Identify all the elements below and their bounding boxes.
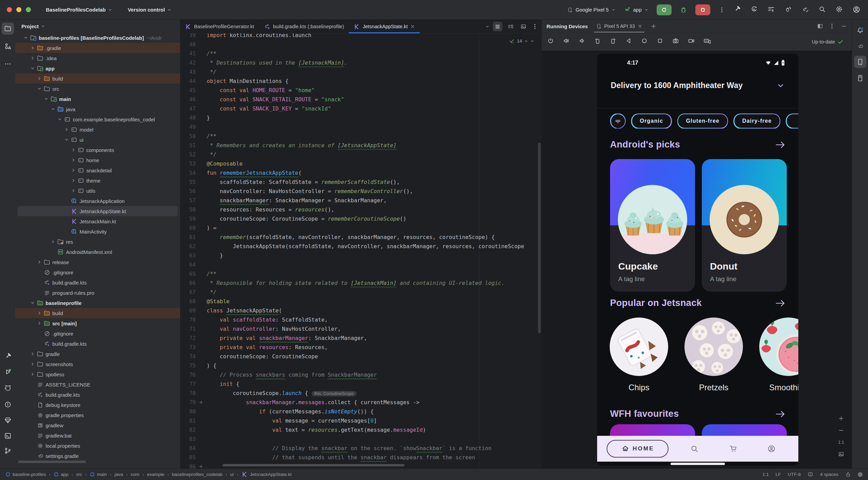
tree-item-mainactivity[interactable]: CMainActivity [15,226,180,237]
breadcrumb-app[interactable]: app [54,472,69,477]
filter-chip-dairy-free[interactable]: Dairy-free [733,114,780,128]
run-tool-button[interactable] [2,366,14,378]
device-tab-pixel-5[interactable]: Pixel 5 API 33 [594,20,644,33]
tree-item-androidmanifest-xml[interactable]: AndroidManifest.xml [15,247,180,257]
gradle-sync-button[interactable] [801,5,810,14]
breadcrumb-example[interactable]: example [147,472,164,477]
editor-horizontal-scrollbar[interactable] [223,464,404,466]
arrow-right-icon[interactable] [775,140,785,149]
indent-setting[interactable]: 4 spaces [820,472,838,477]
line-separator[interactable]: LF [776,472,781,477]
rerun-button[interactable] [657,4,672,15]
running-devices-tool-button[interactable] [854,56,866,68]
tree-item-baseline-profiles-baselineprofilescodelab[interactable]: baseline-profiles [BaselineProfilesCodel… [15,33,180,43]
screen-record-button[interactable] [688,37,697,46]
vcs-menu[interactable]: Version control [128,7,171,13]
screenshot-button[interactable] [837,450,846,459]
filter-chip-gluten-free[interactable]: Gluten-free [677,114,728,128]
zoom-in-button[interactable] [837,414,846,423]
tree-chevron[interactable] [36,86,43,91]
tree-item-java[interactable]: java [15,104,180,114]
logcat-tool-button[interactable] [2,382,14,394]
attach-debugger-button[interactable] [784,5,793,14]
filter-chip-partial[interactable] [786,114,798,128]
previous-problem-icon[interactable] [524,39,528,43]
zoom-reset-button[interactable]: 1:1 [837,438,846,447]
tree-item-utils[interactable]: utils [15,186,180,196]
search-button[interactable] [818,5,827,14]
tree-chevron[interactable] [22,35,30,40]
arrow-right-icon[interactable] [775,299,785,308]
snack-item-chips[interactable]: Chips [610,318,668,392]
editor-vertical-scrollbar[interactable] [538,143,541,333]
memory-indicator-icon[interactable] [858,472,863,477]
project-panel-header[interactable]: Project [15,20,180,33]
tree-item-jetsnackapplication[interactable]: CJetsnackApplication [15,196,180,206]
nav-back-button[interactable] [625,37,634,46]
editor-options-icon[interactable] [532,23,538,30]
tree-item-gradle[interactable]: gradle [15,349,180,359]
tree-item-baselineprofile[interactable]: baselineprofile [15,298,180,308]
nav-home-button[interactable]: HOME [607,440,669,458]
problems-tool-button[interactable] [2,398,14,411]
zoom-out-button[interactable] [837,426,846,435]
tree-item-com-example-baselineprofiles-codel[interactable]: com.example.baselineprofiles_codel [15,114,180,124]
tree-chevron[interactable] [29,362,36,366]
breadcrumb-src[interactable]: src [76,472,82,477]
rotate-right-button[interactable] [610,37,619,46]
view-mode-split-button[interactable] [506,22,515,31]
tab-list-dropdown-icon[interactable] [485,24,489,29]
snack-card-cupcake[interactable]: CupcakeA tag line [610,159,695,292]
filter-chip-organic[interactable]: Organic [631,114,672,128]
tree-item-src-main[interactable]: src [main] [15,318,180,328]
breadcrumb-ui[interactable]: ui [230,472,234,477]
tree-item-gitignore[interactable]: .gitignore [15,328,180,339]
tree-item-src[interactable]: src [15,84,180,94]
new-tab-icon[interactable] [650,23,657,29]
git-branch-tool-button[interactable] [2,445,14,457]
tree-chevron[interactable] [70,188,77,193]
arrow-right-icon[interactable] [775,410,785,418]
nav-home-button[interactable] [641,37,650,46]
breadcrumb-main[interactable]: main [90,472,107,477]
tree-chevron[interactable] [36,321,43,326]
maximize-window-button[interactable] [26,7,31,12]
tree-item-gradle-properties[interactable]: gradle.properties [15,410,180,420]
snack-item-pretzels[interactable]: Pretzels [684,318,743,392]
breadcrumb-baselineprofiles-codelab[interactable]: baselineprofiles_codelab [172,472,223,477]
build-hammer-button[interactable] [733,5,742,14]
tree-item-assets-license[interactable]: ASSETS_LICENSE [15,379,180,390]
tree-chevron[interactable] [63,137,70,142]
code-viewport[interactable]: 39import kotlinx.coroutines.launch4041/*… [180,33,542,468]
tree-chevron[interactable] [29,46,36,50]
tree-item-local-properties[interactable]: local.properties [15,441,180,451]
rotate-left-button[interactable] [594,37,603,46]
minimize-window-button[interactable] [16,7,21,12]
tree-chevron[interactable] [49,107,57,112]
tree-item-gradlew[interactable]: gradlew [15,420,180,430]
view-mode-preview-button[interactable] [519,22,528,31]
volume-down-button[interactable] [578,37,587,46]
tree-chevron[interactable] [56,117,64,122]
device-selector[interactable]: Google Pixel 5 [567,7,615,13]
settings-button[interactable] [835,5,844,14]
tree-item-jetsnackmain-kt[interactable]: JetsnackMain.kt [15,216,180,226]
breadcrumb-baseline-profiles[interactable]: baseline-profiles [5,472,46,477]
tree-chevron[interactable] [29,372,36,377]
terminal-tool-button[interactable] [2,430,14,442]
tree-chevron[interactable] [70,158,77,162]
tree-item-main[interactable]: main [15,94,180,104]
tree-item-proguard-rules-pro[interactable]: proguard-rules.pro [15,288,180,298]
inspections-widget[interactable]: 14 [507,37,536,45]
tree-item-components[interactable]: components [15,145,180,155]
tree-item-ui[interactable]: ui [15,135,180,145]
nav-overview-button[interactable] [657,37,665,46]
panel-layout-icon[interactable] [817,23,823,29]
tree-item-app[interactable]: app [15,63,180,73]
tree-chevron[interactable] [36,311,43,315]
close-tab-icon[interactable] [410,24,415,29]
tree-item-debug-keystore[interactable]: debug.keystore [15,400,180,410]
tree-chevron[interactable] [63,127,70,132]
tree-item-snackdetail[interactable]: snackdetail [15,165,180,175]
tree-item-gradle[interactable]: .gradle [15,43,180,53]
